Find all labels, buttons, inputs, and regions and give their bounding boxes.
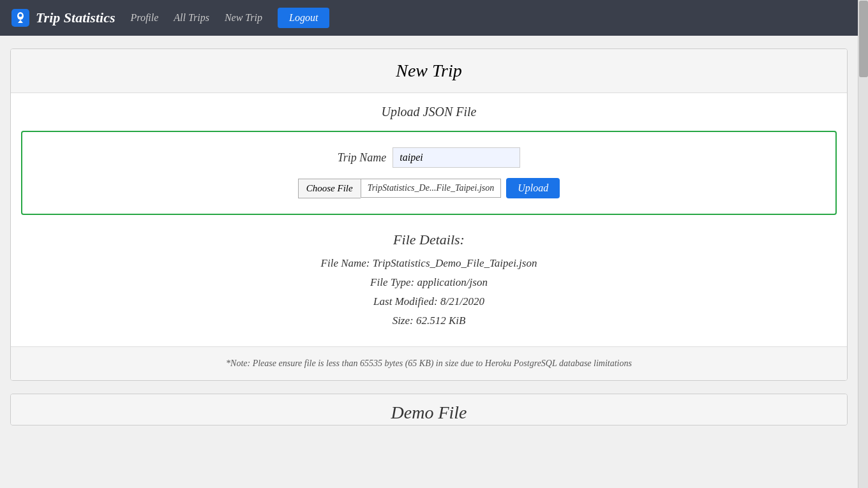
note-text: *Note: Please ensure file is less than 6… [22,359,835,369]
brand-link[interactable]: Trip Statistics [10,8,115,28]
page-content: New Trip Upload JSON File Trip Name Choo… [0,36,858,438]
file-name-detail-value: TripStatistics_Demo_File_Taipei.json [373,257,537,269]
upload-box: Trip Name Choose File TripStatistics_De.… [21,131,837,215]
size-label: Size: [393,314,414,327]
card-title: New Trip [22,61,835,81]
size-detail: Size: 62.512 KiB [21,314,837,327]
trip-name-input[interactable] [393,147,520,168]
navbar: Trip Statistics Profile All Trips New Tr… [0,0,868,36]
file-upload-row: Choose File TripStatistics_De...File_Tai… [38,178,820,198]
choose-file-button[interactable]: Choose File [298,179,361,198]
scrollbar-thumb[interactable] [859,1,868,77]
file-type-detail-value: application/json [417,276,488,288]
last-modified-detail: Last Modified: 8/21/2020 [21,295,837,308]
file-name-detail-label: File Name: [321,257,370,269]
last-modified-label: Last Modified: [373,295,438,307]
nav-new-trip-link[interactable]: New Trip [225,12,262,24]
nav-profile-link[interactable]: Profile [130,12,158,24]
file-type-detail: File Type: application/json [21,276,837,289]
demo-file-card-title: Demo File [391,403,467,423]
logout-button[interactable]: Logout [278,8,329,28]
size-value: 62.512 KiB [416,314,465,327]
file-name-detail: File Name: TripStatistics_Demo_File_Taip… [21,257,837,270]
nav-all-trips-link[interactable]: All Trips [174,12,209,24]
last-modified-value: 8/21/2020 [440,295,484,307]
card-header: New Trip [11,49,847,93]
map-pin-icon [10,8,31,28]
file-type-detail-label: File Type: [370,276,414,288]
demo-file-card: Demo File [10,394,848,425]
note-section: *Note: Please ensure file is less than 6… [11,346,847,380]
file-details-title: File Details: [21,232,837,248]
scrollbar[interactable] [858,0,868,488]
brand-label: Trip Statistics [36,10,115,26]
upload-section-title: Upload JSON File [11,93,847,131]
demo-file-card-header: Demo File [11,394,847,425]
file-name-display: TripStatistics_De...File_Taipei.json [361,179,502,198]
new-trip-card: New Trip Upload JSON File Trip Name Choo… [10,48,848,381]
svg-point-2 [19,14,22,17]
upload-button[interactable]: Upload [506,178,560,198]
file-details-section: File Details: File Name: TripStatistics_… [11,225,847,346]
trip-name-row: Trip Name [38,147,820,168]
trip-name-label: Trip Name [338,151,387,165]
